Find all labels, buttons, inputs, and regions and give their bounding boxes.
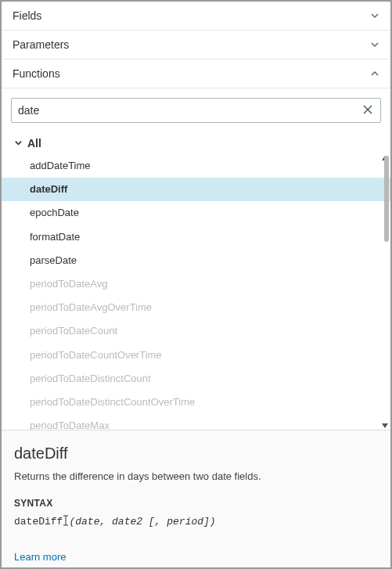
parameters-label: Parameters: [13, 38, 69, 51]
category-all[interactable]: All: [2, 132, 390, 154]
scrollbar[interactable]: [384, 156, 389, 428]
fields-label: Fields: [13, 9, 41, 22]
learn-more-link[interactable]: Learn more: [14, 551, 66, 563]
scrollbar-thumb[interactable]: [384, 156, 389, 242]
category-label: All: [27, 137, 41, 149]
chevron-up-icon: [370, 69, 379, 78]
functions-label: Functions: [13, 67, 60, 80]
list-item[interactable]: formatDate: [2, 225, 390, 249]
svg-marker-3: [382, 423, 388, 428]
functions-list[interactable]: addDateTimedateDiffepochDateformatDatepa…: [2, 154, 390, 430]
list-item[interactable]: dateDiff: [2, 178, 390, 201]
chevron-down-icon: [370, 40, 379, 49]
list-item[interactable]: epochDate: [2, 201, 390, 225]
syntax-args: (date, date2 [, period]): [69, 516, 215, 528]
list-item: periodToDateCount: [2, 319, 390, 343]
syntax-label: SYNTAX: [14, 498, 378, 509]
fields-section-header[interactable]: Fields: [2, 2, 390, 31]
list-item: periodToDateCountOverTime: [2, 344, 390, 367]
syntax-code: dateDiff(date, date2 [, period]): [14, 513, 378, 528]
details-description: Returns the difference in days between t…: [14, 470, 378, 482]
function-details-panel: dateDiff Returns the difference in days …: [2, 430, 390, 569]
clear-search-button[interactable]: [361, 104, 374, 117]
list-item: periodToDateAvg: [2, 272, 390, 296]
list-item: periodToDateMax: [2, 414, 390, 430]
details-title: dateDiff: [14, 445, 378, 463]
list-item[interactable]: parseDate: [2, 249, 390, 272]
syntax-fn-name: dateDiff: [14, 516, 63, 528]
text-cursor-icon: [63, 515, 69, 526]
list-item: periodToDateDistinctCountOverTime: [2, 391, 390, 414]
close-icon: [362, 104, 373, 117]
list-item: periodToDateAvgOverTime: [2, 296, 390, 319]
parameters-section-header[interactable]: Parameters: [2, 31, 390, 59]
list-item[interactable]: addDateTime: [2, 154, 390, 178]
scroll-down-icon: [381, 422, 389, 430]
list-item: periodToDateDistinctCount: [2, 367, 390, 391]
functions-body: All addDateTimedateDiffepochDateformatDa…: [2, 88, 390, 569]
search-container: [11, 98, 381, 123]
functions-section-header[interactable]: Functions: [2, 59, 390, 88]
chevron-down-icon: [370, 11, 379, 20]
functions-list-container: addDateTimedateDiffepochDateformatDatepa…: [2, 154, 390, 430]
search-input[interactable]: [18, 104, 361, 117]
chevron-down-icon: [14, 137, 23, 149]
